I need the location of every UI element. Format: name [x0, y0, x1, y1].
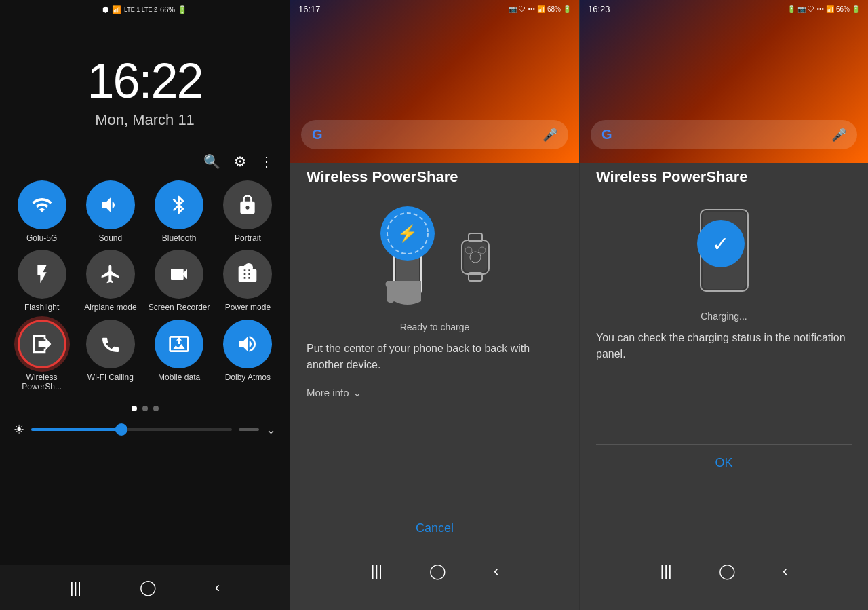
wps-illustration-ready: ⚡: [307, 206, 563, 308]
google-search-bar-p3[interactable]: G 🎤: [591, 120, 857, 149]
ok-button-panel3[interactable]: OK: [715, 456, 732, 470]
back-nav-p2[interactable]: ‹: [494, 563, 498, 580]
brightness-track[interactable]: [31, 428, 232, 431]
wps-illustration-charging: ✓: [596, 206, 852, 297]
wifi-icon-p2: 📶: [537, 5, 545, 13]
bluetooth-icon: ⬢: [102, 5, 109, 14]
svg-rect-4: [464, 242, 487, 272]
watch-device-container: [455, 230, 496, 284]
back-nav-p3[interactable]: ‹: [783, 563, 787, 580]
mic-icon-p3[interactable]: 🎤: [831, 128, 846, 142]
wps-charging-description: You can check the charging status in the…: [596, 330, 852, 362]
img-icon-p3: 📷: [797, 5, 806, 13]
tile-screen-recorder[interactable]: Screen Recorder: [149, 250, 210, 312]
bat-icon-p3: 🔋: [852, 5, 860, 13]
search-icon[interactable]: 🔍: [203, 153, 220, 170]
phone-check-container: ✓: [694, 206, 755, 297]
wps-ready-sheet: Wireless PowerShare ⚡: [290, 152, 579, 610]
mobile-data-icon: [155, 320, 203, 368]
recents-nav-p2[interactable]: |||: [371, 563, 382, 580]
svg-point-0: [387, 213, 428, 254]
bluetooth-label: Bluetooth: [162, 233, 197, 243]
battery-p2: 68%: [547, 5, 561, 13]
network-label: LTE 1 LTE 2: [124, 6, 157, 13]
airplane-label: Airplane mode: [84, 303, 136, 312]
expand-icon[interactable]: ⌄: [266, 422, 276, 437]
tile-golu5g[interactable]: Golu-5G: [11, 180, 73, 243]
status-bar-panel1: ⬢ 📶 LTE 1 LTE 2 66% 🔋: [0, 0, 290, 19]
more-icon-p2: •••: [528, 5, 535, 13]
wps-charging-sheet: Wireless PowerShare ✓ Charging... You: [580, 152, 868, 610]
sound-icon: [86, 180, 135, 229]
wireless-powershare-charging-panel: 16:23 🔋 📷 🛡 ••• 📶 66% 🔋 G 🎤 Wireless Pow…: [579, 0, 868, 610]
wifi-calling-label: Wi-Fi Calling: [87, 373, 134, 382]
checkmark-circle: ✓: [697, 220, 745, 267]
recents-nav-icon[interactable]: |||: [70, 579, 81, 596]
shield-icon: 🛡: [519, 5, 526, 13]
wireless-powershare-ready-panel: 16:17 📷 🛡 ••• 📶 68% 🔋 G 🎤 Wireless Power…: [290, 0, 579, 610]
clock-display: 16:22: [87, 53, 202, 109]
wps-charging-title: Wireless PowerShare: [596, 168, 852, 186]
home-nav-p3[interactable]: ◯: [719, 563, 736, 580]
power-mode-icon: [223, 250, 272, 299]
battery-icon-p2: 🔋: [563, 5, 571, 13]
more-info-row[interactable]: More info ⌄: [307, 387, 563, 398]
wireless-powershare-icon: [18, 320, 66, 368]
portrait-label: Portrait: [235, 233, 261, 243]
power-mode-label: Power mode: [225, 303, 271, 312]
tile-bluetooth[interactable]: Bluetooth: [149, 180, 210, 243]
bluetooth-tile-icon: [155, 180, 203, 229]
smartwatch-icon: [455, 230, 496, 284]
wps-charging-buttons: OK: [596, 444, 852, 481]
status-icons-panel3: 🔋 📷 🛡 ••• 📶 66% 🔋: [787, 4, 860, 14]
mic-icon[interactable]: 🎤: [542, 128, 557, 142]
nav-bar-panel1: ||| ◯ ‹: [0, 565, 290, 610]
tile-portrait[interactable]: Portrait: [217, 180, 279, 243]
tile-wireless-powershare[interactable]: Wireless PowerSh...: [11, 320, 73, 392]
phone-hand-illustration: ⚡: [374, 206, 441, 308]
more-info-label[interactable]: More info: [307, 387, 349, 398]
img-icon: 📷: [509, 5, 517, 13]
tile-flashlight[interactable]: Flashlight: [11, 250, 73, 312]
dolby-atmos-icon: [223, 320, 272, 368]
nav-bar-panel2: ||| ◯ ‹: [307, 549, 563, 594]
portrait-icon: [223, 180, 272, 229]
wps-ready-description: Put the center of your phone back to bac…: [307, 341, 563, 373]
flashlight-icon: [18, 250, 66, 299]
google-logo-p3: G: [601, 127, 612, 142]
home-nav-icon[interactable]: ◯: [140, 579, 157, 596]
tile-dolby-atmos[interactable]: Dolby Atmos: [217, 320, 279, 392]
wireless-powershare-label: Wireless PowerSh...: [11, 373, 73, 392]
dot-3: [153, 406, 159, 411]
date-display: Mon, March 11: [95, 111, 195, 129]
recents-nav-p3[interactable]: |||: [660, 563, 672, 580]
status-icons-panel2: 📷 🛡 ••• 📶 68% 🔋: [509, 4, 571, 14]
wifi-icon-p3: 📶: [826, 5, 834, 13]
golu5g-label: Golu-5G: [26, 233, 57, 243]
tile-mobile-data[interactable]: Mobile data: [149, 320, 210, 392]
flashlight-label: Flashlight: [24, 303, 59, 312]
wallpaper-panel3: 16:23 🔋 📷 🛡 ••• 📶 66% 🔋 G 🎤: [580, 0, 868, 163]
phone-with-check: ✓: [694, 206, 755, 297]
home-nav-p2[interactable]: ◯: [429, 563, 446, 580]
cancel-button[interactable]: Cancel: [416, 521, 454, 535]
brightness-control[interactable]: ☀ ⌄: [0, 422, 290, 437]
mobile-data-label: Mobile data: [158, 373, 200, 382]
google-logo: G: [312, 127, 323, 142]
more-icon-p3: •••: [816, 5, 824, 13]
ready-to-charge-text: Ready to charge: [307, 322, 563, 332]
tile-wifi-calling[interactable]: Wi-Fi Calling: [79, 320, 141, 392]
dolby-atmos-label: Dolby Atmos: [225, 373, 271, 382]
google-search-bar[interactable]: G 🎤: [301, 120, 568, 149]
tile-airplane[interactable]: Airplane mode: [79, 250, 141, 312]
wifi-calling-icon: [86, 320, 135, 368]
tile-power-mode[interactable]: Power mode: [217, 250, 279, 312]
charging-status-text: Charging...: [596, 311, 852, 322]
more-icon[interactable]: ⋮: [260, 153, 273, 170]
brightness-thumb: [115, 423, 127, 436]
status-bar-panel3: 16:23 🔋 📷 🛡 ••• 📶 66% 🔋: [580, 0, 868, 18]
page-indicators: [132, 406, 159, 411]
settings-icon[interactable]: ⚙: [234, 153, 246, 170]
back-nav-icon[interactable]: ‹: [215, 579, 220, 596]
tile-sound[interactable]: Sound: [79, 180, 141, 243]
